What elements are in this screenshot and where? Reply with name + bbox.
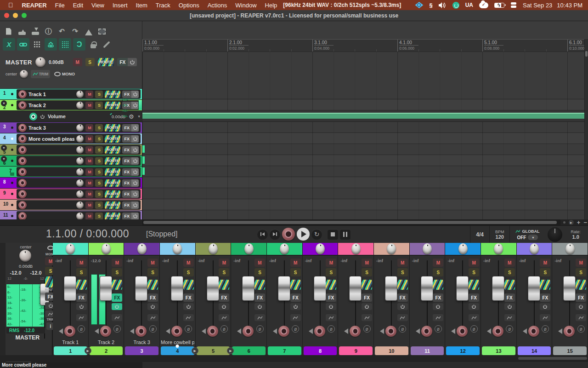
grammarly-icon[interactable] [452,1,459,9]
strip-route-button[interactable] [326,280,336,290]
go-to-end-button[interactable] [270,229,280,240]
strip-number-tab[interactable]: 11 [411,346,444,355]
stage-manager-icon[interactable] [510,1,517,9]
strip-record-arm-button[interactable] [421,326,432,337]
speaker-icon[interactable] [234,328,241,334]
minimize-window-button[interactable] [13,13,18,18]
arrange-view[interactable] [142,52,584,219]
track-volume-knob[interactable] [76,146,84,154]
track-name[interactable]: Track 1 [28,92,74,97]
strip-fx-power-button[interactable] [326,303,336,310]
master-volume-value[interactable]: 0.00dB [49,60,64,65]
speaker-icon[interactable] [163,328,170,334]
strip-track-name[interactable]: Track 2 [90,339,123,345]
track-mute-button[interactable]: M [85,91,93,98]
strip-mute-button[interactable]: M [469,259,479,267]
track-volume-knob[interactable] [76,135,84,143]
strip-trim-button[interactable] [254,314,265,321]
strip-fx-power-button[interactable] [576,303,586,310]
vertical-scrollbar[interactable] [584,39,588,219]
horizontal-scrollbar[interactable] [142,219,560,225]
open-project-button[interactable] [16,26,28,37]
time-signature-box[interactable]: 4/4 [470,226,489,243]
arrange-track-lane-7[interactable] [142,166,584,177]
track-name[interactable]: Track 3 [28,125,74,131]
strip-fx-button[interactable]: FX [433,293,443,302]
strip-pan-knob[interactable] [173,243,182,254]
track-row-5[interactable]: ▼5MSROUTEFX [0,144,142,155]
repeat-button[interactable]: ↻ [311,229,322,240]
strip-fx-button[interactable]: FX [326,293,336,302]
vertical-scroll-thumb[interactable] [585,51,588,57]
strip-mute-button[interactable]: M [76,259,87,267]
speaker-icon[interactable] [520,328,527,334]
speaker-icon[interactable] [56,328,63,334]
track-mute-button[interactable]: M [85,213,93,220]
strip-trim-button[interactable] [540,314,550,321]
strip-trim-button[interactable] [469,314,479,321]
record-arm-button[interactable] [18,90,27,98]
strip-phase-button[interactable]: ø [542,325,549,333]
strip-record-arm-button[interactable] [207,326,218,337]
strip-trim-button[interactable] [362,314,372,321]
master-fx-button[interactable]: FX [117,58,128,66]
track-route-button[interactable]: ROUTE [105,190,120,198]
strip-mute-button[interactable]: M [397,259,408,267]
speaker-icon[interactable] [413,328,420,334]
strip-fx-button[interactable]: FX [147,293,158,302]
strip-fx-power-button[interactable] [290,303,301,310]
strip-solo-button[interactable]: S [504,268,515,276]
strip-number-tab[interactable]: 7 [268,346,301,355]
strip-phase-button[interactable]: ø [78,325,85,333]
track-fx-button[interactable]: FX [122,135,131,143]
strip-phase-button[interactable]: ø [328,325,335,333]
strip-solo-button[interactable]: S [469,268,479,276]
folder-arrow-icon[interactable]: ▶ [85,347,91,354]
track-volume-knob[interactable] [76,168,84,176]
menu-item-file[interactable]: File [51,2,69,9]
strip-phase-button[interactable]: ø [113,325,121,333]
track-route-button[interactable]: ROUTE [105,135,120,143]
strip-record-arm-button[interactable] [492,326,503,337]
cloud-sync-icon[interactable] [479,1,488,9]
track-solo-button[interactable]: S [95,201,103,209]
global-automation-box[interactable]: GLOBAL OFF▼ [509,226,545,243]
master-volume-value[interactable]: 0.00dB [6,264,46,269]
strip-pan-knob[interactable] [137,243,147,254]
strip-mute-button[interactable]: M [290,259,301,267]
strip-mute-button[interactable]: M [147,259,158,267]
strip-record-arm-button[interactable] [385,326,396,337]
strip-record-arm-button[interactable] [314,326,325,337]
arrange-track-lane-2[interactable] [142,99,584,110]
strip-trim-button[interactable] [433,314,443,321]
grid-lines-button[interactable] [59,38,71,51]
menu-item-help[interactable]: Help [261,2,282,9]
speaker-icon[interactable] [127,328,134,334]
strip-record-arm-button[interactable] [350,326,361,337]
arrange-track-lane-1[interactable] [142,88,584,99]
strip-fx-power-button[interactable] [254,303,265,310]
strip-number-tab[interactable]: 14 [518,346,551,355]
strip-solo-button[interactable]: S [290,268,301,276]
strip-trim-button[interactable] [326,314,336,321]
master-route-button[interactable]: ROUTE [98,58,114,66]
track-name[interactable]: Track 2 [28,103,74,108]
record-arm-button[interactable] [18,135,27,143]
strip-number-tab[interactable]: 6 [232,346,266,355]
strip-route-button[interactable] [76,280,87,290]
folder-arrow-icon[interactable]: ▶ [192,347,198,354]
strip-pan-knob[interactable] [316,243,325,254]
strip-number-tab[interactable]: 1 [54,346,87,355]
strip-fx-power-button[interactable] [147,303,158,310]
strip-fx-power-button[interactable] [76,303,87,310]
master-track-label[interactable]: MASTER [6,59,32,66]
track-solo-button[interactable]: S [95,91,103,98]
strip-fx-power-button[interactable] [397,303,408,310]
record-arm-button[interactable] [18,146,27,154]
track-volume-knob[interactable] [76,91,84,98]
track-row-8[interactable]: 8MSROUTEFX [0,177,142,188]
strip-trim-button[interactable] [147,314,158,321]
master-mute-button[interactable]: M [73,58,82,66]
master-volume-knob[interactable] [35,57,45,67]
lock-button[interactable] [87,39,99,50]
